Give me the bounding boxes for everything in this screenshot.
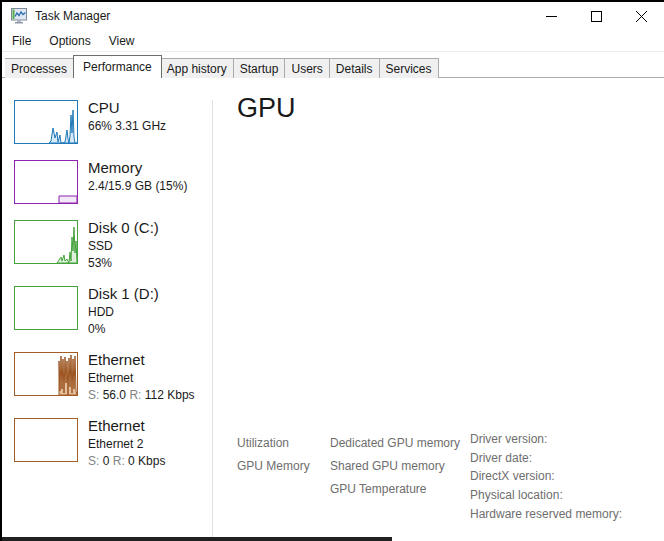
tab-strip: Processes Performance App history Startu… (2, 52, 664, 78)
gpu-metric-labels-col1: Utilization GPU Memory (237, 432, 310, 478)
cpu-mini-graph (14, 100, 78, 144)
gpu-memory-label: GPU Memory (237, 455, 310, 478)
close-button[interactable] (619, 2, 664, 30)
dedicated-gpu-memory-label: Dedicated GPU memory (330, 432, 460, 455)
shared-gpu-memory-label: Shared GPU memory (330, 455, 460, 478)
gpu-temperature-label: GPU Temperature (330, 478, 460, 501)
sidebar-item-cpu[interactable]: CPU 66% 3.31 GHz (14, 98, 166, 144)
ethernet2-mini-graph (14, 418, 78, 462)
close-icon (636, 11, 647, 22)
perf-item-adapter: Ethernet (88, 370, 195, 387)
gpu-info-labels: Driver version: Driver date: DirectX ver… (470, 430, 622, 524)
perf-item-title: CPU (88, 98, 166, 118)
send-value: 56.0 (103, 388, 126, 402)
tab-processes[interactable]: Processes (5, 58, 74, 78)
perf-item-detail: 66% 3.31 GHz (88, 118, 166, 135)
disk0-mini-graph (14, 220, 78, 264)
driver-date-label: Driver date: (470, 449, 622, 468)
sidebar-item-disk1[interactable]: Disk 1 (D:) HDD 0% (14, 284, 159, 337)
menu-view[interactable]: View (100, 30, 144, 51)
utilization-label: Utilization (237, 432, 310, 455)
directx-version-label: DirectX version: (470, 467, 622, 486)
tab-startup[interactable]: Startup (234, 58, 286, 78)
window-bottom-border (2, 537, 392, 541)
driver-version-label: Driver version: (470, 430, 622, 449)
menu-options[interactable]: Options (40, 30, 99, 51)
minimize-icon (546, 11, 557, 22)
tab-details[interactable]: Details (330, 58, 380, 78)
hardware-reserved-memory-label: Hardware reserved memory: (470, 505, 622, 524)
physical-location-label: Physical location: (470, 486, 622, 505)
disk1-mini-graph (14, 286, 78, 330)
memory-mini-graph (14, 160, 78, 204)
performance-pane: CPU 66% 3.31 GHz Memory 2.4/15.9 GB (15%… (2, 78, 664, 541)
perf-item-title: Memory (88, 158, 187, 178)
perf-item-title: Ethernet (88, 350, 195, 370)
tab-services[interactable]: Services (380, 58, 439, 78)
perf-item-detail: 2.4/15.9 GB (15%) (88, 178, 187, 195)
receive-label: R: (129, 388, 141, 402)
send-label: S: (88, 388, 99, 402)
sidebar-item-disk0[interactable]: Disk 0 (C:) SSD 53% (14, 218, 159, 271)
perf-item-title: Ethernet (88, 416, 165, 436)
receive-value: 112 Kbps (145, 388, 195, 402)
perf-item-adapter: Ethernet 2 (88, 436, 165, 453)
maximize-icon (591, 11, 602, 22)
perf-item-throughput: S: 0 R: 0 Kbps (88, 453, 165, 470)
receive-label: R: (113, 454, 125, 468)
menu-bar: File Options View (2, 30, 144, 51)
tab-users[interactable]: Users (285, 58, 329, 78)
maximize-button[interactable] (574, 2, 619, 30)
perf-item-title: Disk 1 (D:) (88, 284, 159, 304)
sidebar-divider (212, 100, 213, 539)
perf-item-type: SSD (88, 238, 159, 255)
tab-performance[interactable]: Performance (73, 55, 162, 78)
window-title: Task Manager (35, 9, 110, 23)
sidebar-item-ethernet2[interactable]: Ethernet Ethernet 2 S: 0 R: 0 Kbps (14, 416, 165, 469)
perf-item-detail: 0% (88, 321, 159, 338)
ethernet1-mini-graph (14, 352, 78, 396)
tab-app-history[interactable]: App history (161, 58, 234, 78)
receive-value: 0 Kbps (128, 454, 165, 468)
task-manager-window: Task Manager File Options View Processes… (0, 0, 664, 541)
sidebar-item-memory[interactable]: Memory 2.4/15.9 GB (15%) (14, 158, 187, 204)
task-manager-app-icon (11, 8, 27, 24)
send-value: 0 (103, 454, 110, 468)
perf-item-throughput: S: 56.0 R: 112 Kbps (88, 387, 195, 404)
minimize-button[interactable] (529, 2, 574, 30)
perf-item-title: Disk 0 (C:) (88, 218, 159, 238)
sidebar-item-ethernet1[interactable]: Ethernet Ethernet S: 56.0 R: 112 Kbps (14, 350, 195, 403)
perf-item-type: HDD (88, 304, 159, 321)
window-controls (529, 2, 664, 30)
menu-file[interactable]: File (3, 30, 40, 51)
send-label: S: (88, 454, 99, 468)
gpu-metric-labels-col2: Dedicated GPU memory Shared GPU memory G… (330, 432, 460, 501)
title-bar: Task Manager (2, 2, 664, 30)
perf-item-detail: 53% (88, 255, 159, 272)
gpu-pane-title: GPU (237, 93, 296, 123)
